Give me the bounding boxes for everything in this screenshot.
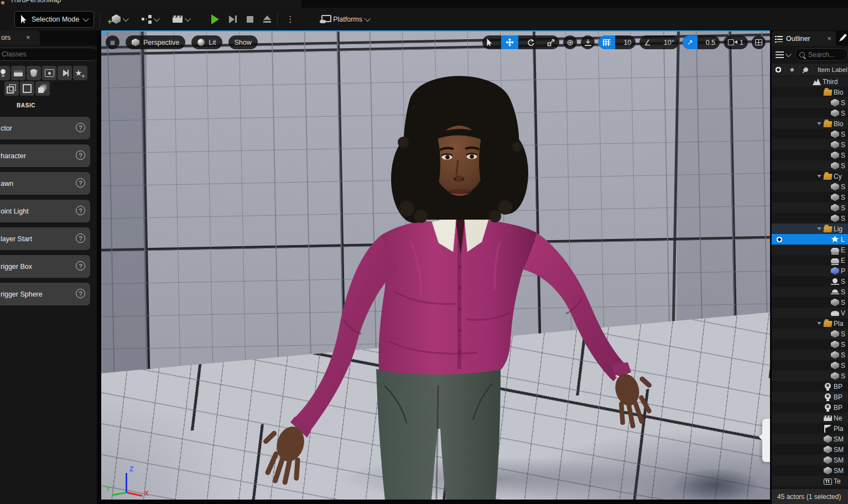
place-actor-item[interactable]: rigger Box? — [0, 255, 90, 278]
move-tool-button[interactable] — [501, 35, 518, 49]
eject-button[interactable] — [259, 13, 275, 25]
level-viewport[interactable]: ≡ Perspective Lit Show — [101, 30, 770, 500]
outliner-row[interactable]: S — [772, 350, 848, 360]
outliner-row[interactable]: S — [772, 181, 848, 192]
outliner-row[interactable]: Blo — [772, 87, 848, 97]
expand-arrow-icon[interactable] — [817, 322, 821, 325]
outliner-row[interactable]: Pla — [772, 423, 848, 434]
media-category-icon[interactable] — [42, 66, 56, 80]
outliner-row[interactable]: Pla — [772, 318, 848, 329]
outliner-row[interactable]: BP — [772, 392, 848, 402]
outliner-row[interactable]: P — [772, 266, 848, 276]
basic-category-icon[interactable] — [27, 66, 41, 80]
outliner-row[interactable]: Te — [772, 476, 848, 486]
grid-snap-toggle[interactable] — [599, 35, 615, 49]
outliner-row[interactable]: SM — [772, 465, 848, 476]
outliner-row[interactable]: S — [772, 108, 848, 118]
scale-snap-toggle[interactable]: ↗ — [683, 35, 698, 49]
pen-tab-icon[interactable] — [839, 34, 847, 41]
outliner-row[interactable]: SM — [772, 455, 848, 465]
outliner-search[interactable] — [795, 48, 848, 61]
outliner-row[interactable]: Cy — [772, 171, 848, 181]
outliner-row[interactable]: S — [772, 339, 848, 350]
place-actors-search[interactable] — [0, 48, 97, 61]
place-actor-item[interactable]: rigger Sphere? — [0, 283, 90, 305]
outliner-row[interactable]: Ne — [772, 413, 848, 423]
selection-mode-dropdown[interactable]: Selection Mode — [14, 11, 94, 28]
close-icon[interactable]: × — [827, 34, 831, 43]
place-actor-item[interactable]: awn? — [0, 172, 90, 195]
grid-snap-value[interactable]: 10 — [619, 35, 636, 49]
select-tool-button[interactable] — [482, 35, 497, 49]
outliner-row[interactable]: Third — [772, 76, 848, 87]
outliner-row[interactable]: S — [772, 329, 848, 339]
outliner-row[interactable]: S — [772, 276, 848, 287]
outliner-row[interactable]: S — [772, 139, 848, 150]
outliner-search-input[interactable] — [807, 50, 842, 59]
outliner-row[interactable]: S — [772, 129, 848, 139]
scale-snap-value[interactable]: 0.5 — [701, 35, 720, 49]
outliner-row[interactable]: BP — [772, 402, 848, 413]
place-actor-item[interactable]: haracter? — [0, 144, 90, 167]
expand-arrow-icon[interactable] — [817, 175, 821, 178]
place-actor-item[interactable]: oint Light? — [0, 200, 90, 222]
world-local-toggle[interactable]: ⊕ — [563, 35, 577, 49]
viewport-options-menu[interactable]: ≡ — [106, 35, 119, 49]
perspective-dropdown[interactable]: Perspective — [126, 35, 185, 49]
filter-icon[interactable] — [776, 51, 784, 58]
outliner-row[interactable]: S — [772, 360, 848, 371]
expand-arrow-icon[interactable] — [817, 227, 821, 230]
show-dropdown[interactable]: Show — [228, 35, 258, 49]
platforms-dropdown[interactable]: Platforms — [316, 13, 373, 25]
frame-skip-button[interactable] — [225, 13, 241, 25]
close-icon[interactable]: × — [26, 33, 30, 41]
maximize-viewport-button[interactable] — [752, 35, 766, 49]
level-tab[interactable]: ThirdPersonMap — [10, 0, 61, 4]
surface-snapping-button[interactable] — [581, 35, 595, 49]
outliner-row[interactable]: SM — [772, 434, 848, 444]
outliner-row[interactable]: SM — [772, 444, 848, 455]
visibility-column-button[interactable] — [772, 66, 785, 74]
rotate-tool-button[interactable] — [522, 35, 539, 49]
outliner-row[interactable]: S — [772, 202, 848, 213]
pin-column-button[interactable] — [799, 66, 813, 74]
outliner-row[interactable]: S — [772, 371, 848, 381]
visual-effects-category-icon[interactable] — [73, 66, 87, 80]
search-classes-input[interactable] — [1, 50, 75, 59]
cinematics-button[interactable] — [169, 13, 193, 25]
view-mode-dropdown[interactable]: Lit — [191, 35, 222, 49]
outliner-row[interactable]: S — [772, 287, 848, 297]
outliner-tab[interactable]: Outliner × — [772, 31, 836, 46]
outliner-row[interactable]: S — [772, 213, 848, 224]
outliner-row[interactable]: S — [772, 150, 848, 160]
chevron-down-icon[interactable] — [785, 50, 792, 56]
geometry-category-icon[interactable] — [4, 81, 19, 96]
favorite-column-button[interactable]: ★ — [785, 66, 799, 74]
outliner-row[interactable]: Lig — [772, 224, 848, 234]
volumes-category-icon[interactable] — [20, 81, 34, 96]
players-category-icon[interactable] — [58, 66, 72, 80]
outliner-row[interactable]: BP — [772, 381, 848, 392]
lights-category-icon[interactable] — [0, 66, 10, 80]
play-button[interactable] — [207, 12, 223, 27]
visibility-eye-icon[interactable] — [775, 237, 784, 242]
outliner-row[interactable]: E — [772, 245, 848, 255]
blueprints-button[interactable] — [138, 13, 162, 26]
outliner-row[interactable]: L — [772, 234, 848, 245]
place-actor-item[interactable]: layer Start? — [0, 227, 90, 250]
add-actor-button[interactable]: + — [108, 12, 131, 26]
outliner-row[interactable]: S — [772, 160, 848, 171]
scale-tool-button[interactable] — [543, 35, 559, 49]
expand-arrow-icon[interactable] — [817, 122, 821, 125]
all-classes-category-icon[interactable] — [35, 81, 50, 96]
place-actor-item[interactable]: ctor? — [0, 117, 90, 139]
outliner-row[interactable]: V — [772, 308, 848, 318]
outliner-row[interactable]: S — [772, 192, 848, 202]
cinematics-category-icon[interactable] — [11, 66, 25, 80]
stop-button[interactable] — [243, 14, 257, 25]
place-actors-tab[interactable]: ors × — [0, 30, 40, 45]
outliner-row[interactable]: S — [772, 297, 848, 308]
outliner-row[interactable]: Blo — [772, 118, 848, 129]
rotation-snap-toggle[interactable]: ∠ — [639, 35, 655, 49]
outliner-row[interactable]: E — [772, 255, 848, 266]
